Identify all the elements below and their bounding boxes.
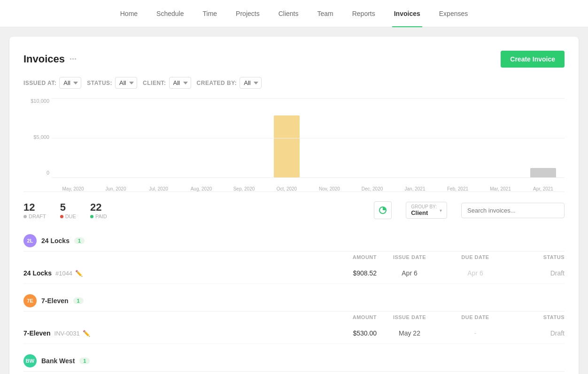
group-by-control[interactable]: GROUP BY: Client ▾ xyxy=(406,202,447,219)
nav-expenses[interactable]: Expenses xyxy=(430,0,477,27)
invoice-amount: $908.52 xyxy=(311,269,377,277)
chart-x-label: Aug, 2020 xyxy=(180,186,223,191)
paid-dot xyxy=(90,215,93,218)
draft-label: DRAFT xyxy=(23,214,46,219)
main-content: Invoices ··· Create Invoice ISSUED AT: A… xyxy=(0,27,588,374)
due-dot xyxy=(60,215,63,218)
invoices-card: Invoices ··· Create Invoice ISSUED AT: A… xyxy=(9,37,579,374)
invoice-name: 7-Eleven xyxy=(23,329,51,337)
group-count: 1 xyxy=(73,298,84,304)
chart-x-label: Nov, 2020 xyxy=(308,186,351,191)
chart-bar xyxy=(530,168,556,177)
client-select[interactable]: All xyxy=(169,77,191,89)
group-by-label: GROUP BY: xyxy=(411,204,437,209)
page-title: Invoices xyxy=(23,53,65,65)
col-header-issue-date: ISSUE DATE xyxy=(377,314,442,320)
chart-x-label: May, 2020 xyxy=(52,186,94,191)
nav-invoices[interactable]: Invoices xyxy=(385,0,430,27)
col-headers: AMOUNTISSUE DATEDUE DATESTATUS xyxy=(23,312,565,323)
col-header-amount: AMOUNT xyxy=(311,314,377,320)
due-label: DUE xyxy=(60,214,76,219)
invoice-status: Draft xyxy=(508,329,565,337)
invoice-id: INV-0031 xyxy=(54,330,80,337)
chart-x-label: Jan, 2021 xyxy=(394,186,436,191)
grid-line-top xyxy=(52,98,565,99)
invoice-issue-date: May 22 xyxy=(377,329,442,337)
col-header-issue-date: ISSUE DATE xyxy=(377,254,442,260)
nav-home[interactable]: Home xyxy=(111,0,147,27)
chart-x-labels: May, 2020Jun, 2020Jul, 2020Aug, 2020Sep,… xyxy=(52,186,565,191)
group-header: 2L24 Locks1 xyxy=(23,229,565,252)
invoice-row: 24 Locks#1044✏️$908.52Apr 6Apr 6Draft xyxy=(23,263,565,284)
col-empty xyxy=(23,314,311,320)
col-headers: AMOUNTISSUE DATEDUE DATESTATUS xyxy=(23,252,565,263)
stat-draft: 12 DRAFT xyxy=(23,201,46,219)
created-by-select[interactable]: All xyxy=(240,77,262,89)
client-label: CLIENT: xyxy=(143,80,166,86)
col-header-amount: AMOUNT xyxy=(311,254,377,260)
card-header: Invoices ··· Create Invoice xyxy=(23,51,565,68)
draft-dot xyxy=(23,215,27,218)
chart-x-label: Mar, 2021 xyxy=(479,186,522,191)
group-by-value: Client xyxy=(411,209,437,216)
nav-projects[interactable]: Projects xyxy=(226,0,269,27)
col-header-status: STATUS xyxy=(508,254,565,260)
paid-label: PAID xyxy=(90,214,107,219)
due-count: 5 xyxy=(60,201,76,214)
invoice-id: #1044 xyxy=(55,270,72,277)
chart-toggle-button[interactable] xyxy=(374,201,392,219)
invoice-group: BWBank West1AMOUNTISSUE DATEDUE DATESTAT… xyxy=(23,349,565,374)
y-label-5000: $5,000 xyxy=(23,134,49,140)
nav-reports[interactable]: Reports xyxy=(343,0,385,27)
chart-x-label: Feb, 2021 xyxy=(436,186,479,191)
nav-time[interactable]: Time xyxy=(193,0,227,27)
invoice-due-date: - xyxy=(442,329,508,337)
invoice-chart: $10,000 $5,000 0 May, 2020Jun, 2020Jul, … xyxy=(23,98,565,192)
nav-schedule[interactable]: Schedule xyxy=(147,0,193,27)
col-header-due-date: DUE DATE xyxy=(442,314,508,320)
col-header-due-date: DUE DATE xyxy=(442,254,508,260)
nav-team[interactable]: Team xyxy=(308,0,342,27)
issued-at-select[interactable]: All xyxy=(59,77,81,89)
status-select[interactable]: All xyxy=(115,77,137,89)
chart-x-label: Oct, 2020 xyxy=(265,186,308,191)
chart-x-label: Dec, 2020 xyxy=(351,186,394,191)
chart-y-labels: $10,000 $5,000 0 xyxy=(23,98,49,177)
created-by-label: CREATED BY: xyxy=(197,80,237,86)
nav-clients[interactable]: Clients xyxy=(269,0,308,27)
issued-at-label: ISSUED AT: xyxy=(23,80,56,86)
edit-icon[interactable]: ✏️ xyxy=(83,330,90,337)
group-avatar: BW xyxy=(23,354,37,367)
created-by-filter: CREATED BY: All xyxy=(197,77,262,89)
invoice-group: 7E7-Eleven1AMOUNTISSUE DATEDUE DATESTATU… xyxy=(23,289,565,344)
group-header: 7E7-Eleven1 xyxy=(23,289,565,312)
group-avatar: 7E xyxy=(23,294,37,307)
group-name: Bank West xyxy=(41,357,75,365)
issued-at-filter: ISSUED AT: All xyxy=(23,77,81,89)
chart-icon xyxy=(379,206,387,214)
col-headers: AMOUNTISSUE DATEDUE DATESTATUS xyxy=(23,372,565,374)
status-label: STATUS: xyxy=(87,80,112,86)
group-header: BWBank West1 xyxy=(23,349,565,372)
group-name: 7-Eleven xyxy=(41,297,69,305)
client-filter: CLIENT: All xyxy=(143,77,191,89)
create-invoice-button[interactable]: Create Invoice xyxy=(501,51,565,68)
draft-count: 12 xyxy=(23,201,46,214)
invoice-name: 24 Locks xyxy=(23,269,52,277)
more-options-button[interactable]: ··· xyxy=(70,54,77,64)
invoice-name-cell: 7-ElevenINV-0031✏️ xyxy=(23,329,311,337)
invoice-groups: 2L24 Locks1AMOUNTISSUE DATEDUE DATESTATU… xyxy=(23,229,565,374)
stat-paid: 22 PAID xyxy=(90,201,107,219)
group-avatar: 2L xyxy=(23,234,37,247)
invoice-amount: $530.00 xyxy=(311,329,377,337)
group-by-chevron: ▾ xyxy=(440,208,442,213)
col-empty xyxy=(23,254,311,260)
grid-line-bottom xyxy=(52,177,565,178)
grid-line-mid xyxy=(52,138,565,138)
chart-plot-area xyxy=(52,98,565,177)
edit-icon[interactable]: ✏️ xyxy=(75,270,83,277)
filters-bar: ISSUED AT: All STATUS: All CLIENT: All C… xyxy=(23,77,565,89)
chart-x-label: Apr, 2021 xyxy=(522,186,565,191)
stat-due: 5 DUE xyxy=(60,201,76,219)
search-input[interactable] xyxy=(461,203,565,218)
